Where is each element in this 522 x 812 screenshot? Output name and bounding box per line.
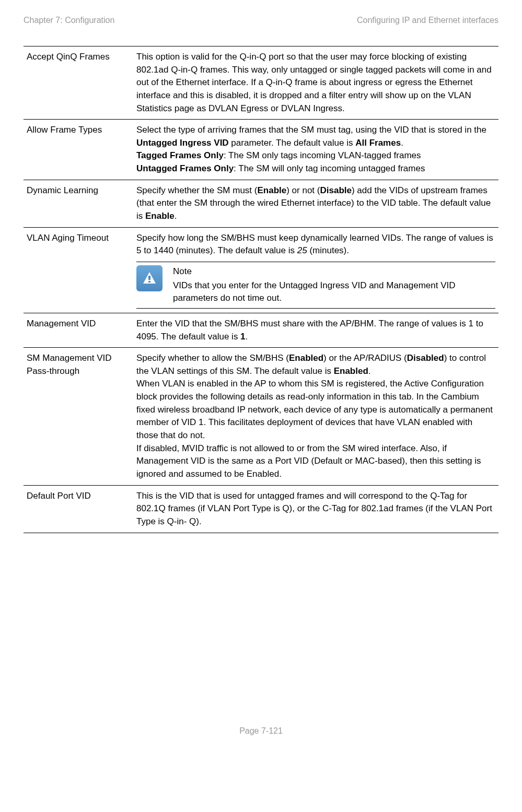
document-page: Chapter 7: Configuration Configuring IP … [0, 0, 522, 751]
table-row: Dynamic LearningSpecify whether the SM m… [24, 180, 498, 227]
description-text: Enter the VID that the SM/BHS must share… [136, 317, 495, 343]
attribute-cell: Default Port VID [24, 485, 133, 533]
header-left: Chapter 7: Configuration [24, 16, 114, 25]
table-row: Allow Frame TypesSelect the type of arri… [24, 120, 498, 180]
description-cell: Specify how long the SM/BHS must keep dy… [133, 227, 498, 313]
svg-rect-2 [148, 281, 150, 283]
note-box: NoteVIDs that you enter for the Untagged… [136, 262, 495, 309]
table-row: Default Port VIDThis is the VID that is … [24, 485, 498, 533]
description-text: This option is valid for the Q-in-Q port… [136, 51, 495, 115]
attribute-cell: Management VID [24, 313, 133, 347]
attribute-cell: Accept QinQ Frames [24, 46, 133, 120]
description-cell: This is the VID that is used for untagge… [133, 485, 498, 533]
description-cell: Specify whether to allow the SM/BHS (Ena… [133, 348, 498, 485]
table-row: VLAN Aging TimeoutSpecify how long the S… [24, 227, 498, 313]
table-row: Accept QinQ FramesThis option is valid f… [24, 46, 498, 120]
svg-rect-1 [148, 276, 150, 280]
description-cell: Select the type of arriving frames that … [133, 120, 498, 180]
table-row: SM Management VID Pass-throughSpecify wh… [24, 348, 498, 485]
attribute-cell: Allow Frame Types [24, 120, 133, 180]
description-cell: Specify whether the SM must (Enable) or … [133, 180, 498, 227]
note-icon [136, 265, 163, 291]
note-title: Note [173, 265, 495, 278]
description-text: Specify whether the SM must (Enable) or … [136, 184, 495, 223]
config-table: Accept QinQ FramesThis option is valid f… [24, 46, 498, 533]
attribute-cell: Dynamic Learning [24, 180, 133, 227]
page-number: Page 7-121 [239, 726, 283, 735]
description-text: Select the type of arriving frames that … [136, 124, 495, 175]
page-header: Chapter 7: Configuration Configuring IP … [24, 16, 498, 25]
note-text: VIDs that you enter for the Untagged Ing… [173, 279, 495, 305]
description-cell: This option is valid for the Q-in-Q port… [133, 46, 498, 120]
attribute-cell: SM Management VID Pass-through [24, 348, 133, 485]
description-text: Specify whether to allow the SM/BHS (Ena… [136, 352, 495, 480]
header-right: Configuring IP and Ethernet interfaces [357, 16, 498, 25]
page-footer: Page 7-121 [24, 726, 498, 736]
note-content: NoteVIDs that you enter for the Untagged… [173, 265, 495, 305]
description-text: This is the VID that is used for untagge… [136, 490, 495, 528]
description-cell: Enter the VID that the SM/BHS must share… [133, 313, 498, 347]
attribute-cell: VLAN Aging Timeout [24, 227, 133, 313]
table-row: Management VIDEnter the VID that the SM/… [24, 313, 498, 347]
description-text: Specify how long the SM/BHS must keep dy… [136, 232, 495, 257]
